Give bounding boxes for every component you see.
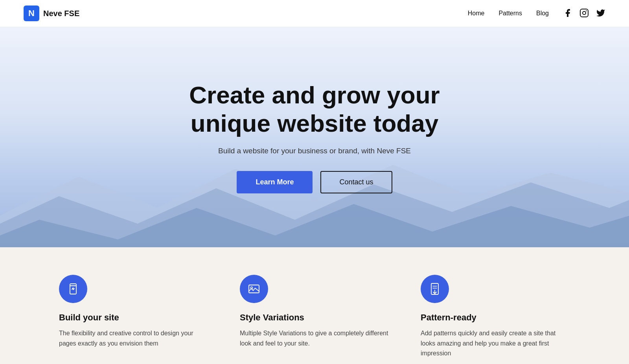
hero-content: Create and grow your unique website toda…	[181, 81, 447, 193]
nav-patterns[interactable]: Patterns	[498, 10, 522, 17]
hero-section: Create and grow your unique website toda…	[0, 27, 629, 247]
feature-style-variations-desc: Multiple Style Variations to give a comp…	[240, 328, 389, 348]
hero-subtitle: Build a website for your business or bra…	[189, 147, 440, 155]
nav-home[interactable]: Home	[468, 10, 485, 17]
instagram-link[interactable]	[579, 8, 589, 19]
feature-pattern-ready-title: Pattern-ready	[421, 313, 570, 323]
logo-icon: N	[24, 6, 39, 21]
svg-rect-0	[580, 9, 588, 17]
feature-build-site-desc: The flexibility and creative control to …	[59, 328, 208, 348]
logo-area[interactable]: N Neve FSE	[24, 6, 79, 21]
twitter-icon	[596, 8, 605, 18]
site-header: N Neve FSE Home Patterns Blog	[0, 0, 629, 27]
social-icons-group	[563, 8, 605, 19]
features-section: Build your site The flexibility and crea…	[0, 247, 629, 364]
svg-point-1	[583, 11, 586, 15]
feature-build-site-title: Build your site	[59, 313, 208, 323]
contact-us-button[interactable]: Contact us	[320, 171, 392, 193]
site-title: Neve FSE	[43, 9, 79, 18]
svg-rect-8	[249, 285, 259, 293]
feature-build-site: Build your site The flexibility and crea…	[59, 275, 208, 358]
learn-more-button[interactable]: Learn More	[237, 171, 313, 193]
feature-style-variations-title: Style Variations	[240, 313, 389, 323]
twitter-link[interactable]	[596, 8, 605, 19]
image-icon	[247, 282, 261, 296]
feature-style-variations: Style Variations Multiple Style Variatio…	[240, 275, 389, 358]
pattern-ready-icon-circle	[421, 275, 449, 303]
build-site-icon-circle	[59, 275, 87, 303]
style-variations-icon-circle	[240, 275, 268, 303]
nav-blog[interactable]: Blog	[536, 10, 549, 17]
feature-pattern-ready-desc: Add patterns quickly and easily create a…	[421, 328, 570, 358]
facebook-icon	[563, 8, 572, 18]
svg-point-2	[586, 10, 587, 11]
hero-buttons: Learn More Contact us	[189, 171, 440, 193]
facebook-link[interactable]	[563, 8, 572, 19]
feature-pattern-ready: Pattern-ready Add patterns quickly and e…	[421, 275, 570, 358]
instagram-icon	[579, 8, 589, 18]
document-download-icon	[428, 282, 441, 296]
lightning-icon	[66, 282, 80, 296]
main-nav: Home Patterns Blog	[468, 8, 605, 19]
hero-title: Create and grow your unique website toda…	[189, 81, 440, 137]
